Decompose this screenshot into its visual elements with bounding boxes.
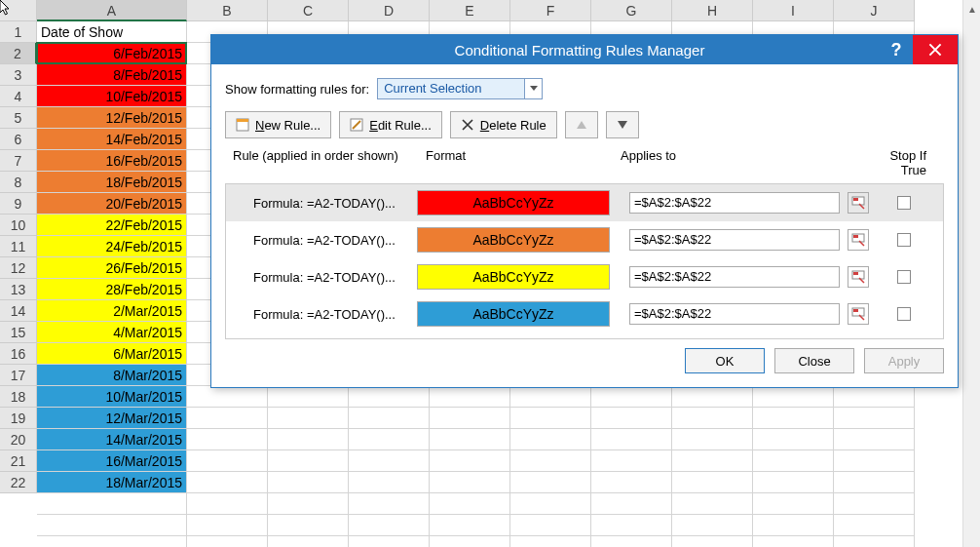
cell-A20[interactable]: 14/Mar/2015 bbox=[37, 429, 187, 450]
cell-blank[interactable] bbox=[349, 536, 430, 547]
cell-A3[interactable]: 8/Feb/2015 bbox=[37, 64, 187, 86]
row-head-15[interactable]: 15 bbox=[0, 322, 37, 343]
row-head-5[interactable]: 5 bbox=[0, 107, 37, 129]
row-head-19[interactable]: 19 bbox=[0, 408, 37, 429]
stop-if-true-checkbox[interactable] bbox=[897, 233, 911, 247]
rule-row[interactable]: Formula: =A2-TODAY()... AaBbCcYyZz =$A$2… bbox=[226, 184, 943, 221]
cell-D20[interactable] bbox=[349, 429, 430, 450]
cell-F19[interactable] bbox=[510, 408, 591, 429]
cell-H22[interactable] bbox=[672, 472, 753, 493]
row-head-8[interactable]: 8 bbox=[0, 172, 37, 193]
row-head-16[interactable]: 16 bbox=[0, 343, 37, 365]
move-up-button[interactable] bbox=[565, 111, 598, 138]
cell-A17[interactable]: 8/Mar/2015 bbox=[37, 365, 187, 386]
cell-A10[interactable]: 22/Feb/2015 bbox=[37, 215, 187, 236]
cell-A11[interactable]: 24/Feb/2015 bbox=[37, 236, 187, 257]
col-head-E[interactable]: E bbox=[430, 0, 510, 21]
cell-C19[interactable] bbox=[268, 408, 349, 429]
cell-blank[interactable] bbox=[834, 493, 915, 515]
stop-if-true-checkbox[interactable] bbox=[897, 196, 911, 210]
cell-H21[interactable] bbox=[672, 450, 753, 472]
cell-blank[interactable] bbox=[672, 536, 753, 547]
range-selector-button[interactable] bbox=[848, 303, 869, 325]
col-head-A[interactable]: A bbox=[37, 0, 187, 21]
cell-blank[interactable] bbox=[591, 493, 672, 515]
cell-E21[interactable] bbox=[430, 450, 510, 472]
cell-E19[interactable] bbox=[430, 408, 510, 429]
cell-I19[interactable] bbox=[753, 408, 834, 429]
cell-B18[interactable] bbox=[187, 386, 268, 408]
cell-blank[interactable] bbox=[37, 536, 187, 547]
row-head-12[interactable]: 12 bbox=[0, 257, 37, 279]
cell-J21[interactable] bbox=[834, 450, 915, 472]
row-head-6[interactable]: 6 bbox=[0, 129, 37, 150]
cell-blank[interactable] bbox=[187, 515, 268, 536]
cell-A5[interactable]: 12/Feb/2015 bbox=[37, 107, 187, 129]
cell-G19[interactable] bbox=[591, 408, 672, 429]
help-button[interactable]: ? bbox=[880, 35, 913, 64]
col-head-H[interactable]: H bbox=[672, 0, 753, 21]
cell-F20[interactable] bbox=[510, 429, 591, 450]
row-head-20[interactable]: 20 bbox=[0, 429, 37, 450]
cell-C22[interactable] bbox=[268, 472, 349, 493]
cell-E18[interactable] bbox=[430, 386, 510, 408]
cell-blank[interactable] bbox=[187, 536, 268, 547]
cell-J22[interactable] bbox=[834, 472, 915, 493]
cell-D18[interactable] bbox=[349, 386, 430, 408]
row-head-17[interactable]: 17 bbox=[0, 365, 37, 386]
row-head-4[interactable]: 4 bbox=[0, 86, 37, 107]
cell-A22[interactable]: 18/Mar/2015 bbox=[37, 472, 187, 493]
col-head-J[interactable]: J bbox=[834, 0, 915, 21]
cell-D22[interactable] bbox=[349, 472, 430, 493]
cell-A13[interactable]: 28/Feb/2015 bbox=[37, 279, 187, 300]
cell-H19[interactable] bbox=[672, 408, 753, 429]
stop-if-true-checkbox[interactable] bbox=[897, 307, 911, 321]
cell-A21[interactable]: 16/Mar/2015 bbox=[37, 450, 187, 472]
close-button[interactable] bbox=[913, 35, 958, 64]
cell-B21[interactable] bbox=[187, 450, 268, 472]
cell-B19[interactable] bbox=[187, 408, 268, 429]
row-head-18[interactable]: 18 bbox=[0, 386, 37, 408]
row-head-3[interactable]: 3 bbox=[0, 64, 37, 86]
cell-blank[interactable] bbox=[591, 536, 672, 547]
cell-blank[interactable] bbox=[268, 493, 349, 515]
cell-G22[interactable] bbox=[591, 472, 672, 493]
col-head-F[interactable]: F bbox=[510, 0, 591, 21]
cell-D21[interactable] bbox=[349, 450, 430, 472]
cell-I18[interactable] bbox=[753, 386, 834, 408]
cell-J18[interactable] bbox=[834, 386, 915, 408]
cell-blank[interactable] bbox=[187, 493, 268, 515]
cell-J19[interactable] bbox=[834, 408, 915, 429]
cell-F22[interactable] bbox=[510, 472, 591, 493]
col-head-G[interactable]: G bbox=[591, 0, 672, 21]
cell-J20[interactable] bbox=[834, 429, 915, 450]
rule-applies-input[interactable]: =$A$2:$A$22 bbox=[629, 266, 840, 288]
cell-A12[interactable]: 26/Feb/2015 bbox=[37, 257, 187, 279]
cell-blank[interactable] bbox=[672, 515, 753, 536]
rule-applies-input[interactable]: =$A$2:$A$22 bbox=[629, 192, 840, 214]
cell-D19[interactable] bbox=[349, 408, 430, 429]
cell-H20[interactable] bbox=[672, 429, 753, 450]
cell-blank[interactable] bbox=[753, 515, 834, 536]
cell-blank[interactable] bbox=[349, 493, 430, 515]
row-head-21[interactable]: 21 bbox=[0, 450, 37, 472]
cell-A7[interactable]: 16/Feb/2015 bbox=[37, 150, 187, 172]
cell-blank[interactable] bbox=[268, 515, 349, 536]
cell-blank[interactable] bbox=[430, 515, 510, 536]
cell-A9[interactable]: 20/Feb/2015 bbox=[37, 193, 187, 215]
row-head-2[interactable]: 2 bbox=[0, 43, 37, 64]
scope-dropdown[interactable]: Current Selection bbox=[377, 78, 543, 99]
cell-blank[interactable] bbox=[430, 493, 510, 515]
rule-row[interactable]: Formula: =A2-TODAY()... AaBbCcYyZz =$A$2… bbox=[226, 258, 943, 295]
cell-I22[interactable] bbox=[753, 472, 834, 493]
scroll-up-icon[interactable]: ▲ bbox=[963, 0, 980, 18]
cell-G21[interactable] bbox=[591, 450, 672, 472]
cell-G20[interactable] bbox=[591, 429, 672, 450]
cell-blank[interactable] bbox=[834, 515, 915, 536]
cell-A19[interactable]: 12/Mar/2015 bbox=[37, 408, 187, 429]
cell-A6[interactable]: 14/Feb/2015 bbox=[37, 129, 187, 150]
edit-rule-button[interactable]: Edit Rule... bbox=[339, 111, 442, 138]
row-head-9[interactable]: 9 bbox=[0, 193, 37, 215]
cell-A2[interactable]: 6/Feb/2015 bbox=[37, 43, 187, 64]
cell-C20[interactable] bbox=[268, 429, 349, 450]
